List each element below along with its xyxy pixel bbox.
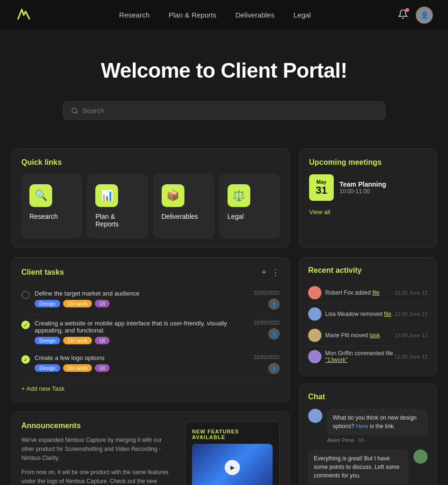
svg-line-2	[76, 112, 77, 113]
announcement-right: NEW FEATURES AVAILABLE ▶ Try it out	[185, 422, 280, 485]
activity-avatar-1	[308, 286, 321, 299]
right-column: Recent activity Robert Fox added file 12…	[299, 257, 437, 485]
more-options-icon[interactable]: ⋮	[271, 267, 280, 278]
meeting-name: Team Planning	[339, 180, 386, 188]
nav-link-research[interactable]: Research	[119, 11, 149, 19]
search-input[interactable]	[82, 107, 377, 115]
nav-link-plan[interactable]: Plan & Reports	[169, 11, 217, 19]
activity-time-4: 11:00 June 12	[394, 354, 428, 359]
research-icon: 🔍	[29, 184, 52, 207]
search-bar	[63, 101, 385, 120]
task-text-3: Create a few logo options	[35, 354, 249, 361]
tasks-header: Client tasks + ⋮	[21, 267, 280, 278]
task-content-2: Creating a website or mobile app interfa…	[35, 320, 249, 344]
quick-links-grid: 🔍 Research 📊 Plan & Reports 📦 Deliverabl…	[21, 174, 280, 238]
activity-item-1: Robert Fox added file 12:32 June 12	[308, 282, 428, 304]
task-tags-3: Design On work UI	[35, 364, 249, 372]
add-task-icon[interactable]: +	[261, 268, 266, 278]
task-checkbox-3[interactable]: ✓	[21, 355, 30, 364]
task-meta-3: 22/02/2022 👤	[254, 354, 280, 374]
upcoming-meetings-card: Upcoming meetings May 31 Team Planning 1…	[299, 148, 437, 248]
announcements-card: Announcements We've expanded Nimbus Capt…	[11, 412, 290, 485]
task-avatar-3: 👤	[268, 363, 280, 374]
plan-icon: 📊	[95, 184, 118, 207]
task-avatar-2: 👤	[268, 328, 280, 340]
search-icon	[71, 107, 78, 115]
quick-links-title: Quick links	[21, 158, 280, 167]
tag-ui-3: UI	[95, 364, 110, 372]
task-meta-2: 22/02/2022 👤	[254, 320, 280, 340]
activity-left-1: Robert Fox added file	[308, 286, 380, 299]
quick-link-legal[interactable]: ⚖️ Legal	[219, 174, 280, 238]
meeting-time: 10:00-11:00	[339, 188, 386, 195]
deliverables-icon: 📦	[162, 184, 184, 207]
task-avatar-1: 👤	[268, 298, 280, 310]
announcement-body-1: We've expanded Nimbus Capture by merging…	[21, 436, 175, 463]
task-checkbox-1[interactable]	[21, 291, 30, 299]
tag-ui-2: UI	[95, 337, 110, 344]
activity-text-4: Mon Griffin commented file "13work"	[325, 350, 394, 363]
deliverables-label: Deliverables	[162, 213, 198, 220]
task-date-2: 22/02/2022	[254, 320, 280, 325]
nav-link-deliverables[interactable]: Deliverables	[235, 11, 274, 19]
task-date-1: 22/02/2022	[254, 290, 280, 296]
quick-link-research[interactable]: 🔍 Research	[21, 174, 82, 238]
quick-link-deliverables[interactable]: 📦 Deliverables	[154, 174, 214, 238]
add-task-button[interactable]: + Add new Task	[21, 385, 280, 392]
view-all-meetings[interactable]: View all	[309, 208, 427, 216]
chat-message-2: Everything is great! But I have some poi…	[308, 449, 428, 485]
activity-item-4: Mon Griffin commented file "13work" 11:0…	[308, 346, 428, 367]
search-container	[0, 101, 448, 148]
task-text-2: Creating a website or mobile app interfa…	[35, 320, 249, 334]
logo[interactable]	[15, 6, 32, 25]
task-text-1: Define the target market and audience	[35, 290, 249, 297]
activity-left-4: Mon Griffin commented file "13work"	[308, 350, 394, 363]
activity-left-3: Marie Pitt moved task	[308, 329, 380, 342]
hero-title: Welcome to Client Portal!	[15, 59, 433, 82]
chat-bubble-1: What do you think on new design options?…	[327, 409, 428, 443]
research-label: Research	[29, 213, 58, 220]
activity-time-3: 12:00 June 12	[394, 332, 428, 338]
quick-links-card: Quick links 🔍 Research 📊 Plan & Reports …	[11, 148, 290, 248]
notification-bell[interactable]	[398, 9, 408, 21]
activity-title: Recent activity	[308, 266, 428, 275]
upcoming-title: Upcoming meetings	[309, 158, 427, 167]
task-tags-1: Design On work UI	[35, 300, 249, 307]
legal-icon: ⚖️	[228, 184, 250, 207]
plan-label: Plan & Reports	[95, 213, 139, 228]
tag-design-2: Design	[35, 337, 60, 344]
announcement-left: Announcements We've expanded Nimbus Capt…	[21, 422, 175, 485]
activity-time-1: 12:32 June 12	[394, 290, 428, 296]
tag-ui: UI	[95, 300, 110, 307]
quick-link-plan[interactable]: 📊 Plan & Reports	[87, 174, 147, 238]
new-features-label: NEW FEATURES AVAILABLE	[192, 429, 273, 440]
tag-design-3: Design	[35, 364, 60, 372]
tag-design: Design	[35, 300, 60, 307]
tasks-actions: + ⋮	[261, 267, 280, 278]
activity-time-2: 12:30 June 12	[394, 311, 428, 317]
tag-onwork-3: On work	[63, 364, 92, 372]
play-button[interactable]: ▶	[225, 460, 240, 475]
tag-onwork: On work	[63, 300, 92, 307]
user-avatar[interactable]: 👤	[416, 7, 433, 24]
new-features-box: NEW FEATURES AVAILABLE ▶ Try it out	[185, 422, 280, 485]
feature-preview-bg: ▶	[192, 444, 273, 485]
activity-item-3: Marie Pitt moved task 12:00 June 12	[308, 325, 428, 346]
client-tasks-card: Client tasks + ⋮ Define the target marke…	[11, 257, 290, 402]
meeting-item: May 31 Team Planning 10:00-11:00	[309, 174, 427, 201]
task-checkbox-2[interactable]: ✓	[21, 321, 30, 329]
feature-preview: ▶	[192, 444, 273, 485]
announcements-title: Announcements	[21, 422, 175, 430]
chat-text-2: Everything is great! But I have some poi…	[308, 449, 409, 485]
activity-text-3: Marie Pitt moved task	[325, 332, 380, 339]
nav-right: 👤	[398, 7, 433, 24]
meeting-date-box: May 31	[309, 174, 334, 201]
task-content-3: Create a few logo options Design On work…	[35, 354, 249, 372]
activity-text-1: Robert Fox added file	[325, 289, 380, 296]
nav-link-legal[interactable]: Legal	[293, 11, 311, 19]
activity-avatar-2	[308, 307, 321, 321]
tag-onwork-2: On work	[63, 337, 92, 344]
task-item-3: ✓ Create a few logo options Design On wo…	[21, 350, 280, 379]
chat-title: Chat	[308, 393, 428, 401]
meeting-info: Team Planning 10:00-11:00	[339, 180, 386, 195]
